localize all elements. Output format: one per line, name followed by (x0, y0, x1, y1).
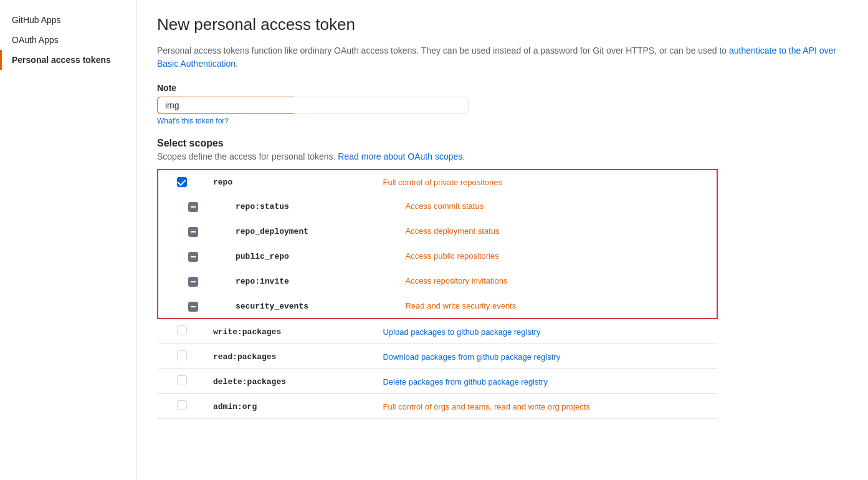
security-events-name-cell: security_events (206, 293, 375, 319)
repo-invite-scope-name: repo:invite (236, 277, 289, 286)
security-events-checkbox[interactable] (188, 302, 198, 312)
admin-org-desc-cell: Full control of orgs and teams, read and… (375, 394, 717, 419)
repo-invite-scope-desc: Access repository invitations (405, 276, 507, 286)
read-packages-name-cell: read:packages (206, 344, 375, 369)
what-is-this-link[interactable]: What's this token for? (157, 117, 848, 125)
admin-org-checkbox[interactable] (177, 400, 187, 410)
read-packages-checkbox-cell (158, 344, 206, 369)
note-input-container (157, 97, 848, 114)
public-repo-scope-name: public_repo (236, 252, 289, 261)
scope-row-write-packages: write:packages Upload packages to github… (158, 319, 717, 344)
write-packages-scope-name: write:packages (213, 327, 281, 337)
repo-status-name-cell: repo:status (206, 193, 375, 218)
security-events-desc-cell: Read and write security events (375, 293, 717, 319)
security-events-checkbox-cell (158, 293, 206, 319)
write-packages-checkbox[interactable] (177, 325, 187, 335)
main-content: New personal access token Personal acces… (137, 0, 868, 480)
delete-packages-checkbox-cell (158, 369, 206, 394)
public-repo-scope-desc: Access public repositories (405, 251, 498, 261)
repo-scope-desc: Full control of private repositories (383, 178, 502, 187)
read-packages-scope-name: read:packages (213, 352, 276, 362)
scope-row-repo-deployment: repo_deployment Access deployment status (158, 218, 717, 243)
write-packages-checkbox-cell (158, 319, 206, 344)
admin-org-scope-name: admin:org (213, 402, 257, 411)
repo-checkbox[interactable] (177, 177, 187, 187)
public-repo-checkbox-cell (158, 243, 206, 268)
repo-status-scope-name: repo:status (236, 202, 289, 211)
read-packages-checkbox[interactable] (177, 350, 187, 360)
sidebar-item-personal-access-tokens[interactable]: Personal access tokens (0, 50, 136, 70)
admin-org-name-cell: admin:org (206, 394, 375, 419)
security-events-scope-desc: Read and write security events (405, 301, 516, 310)
page-description: Personal access tokens function like ord… (157, 44, 848, 70)
repo-invite-desc-cell: Access repository invitations (375, 268, 717, 293)
scopes-title: Select scopes (157, 138, 848, 149)
delete-packages-checkbox[interactable] (177, 375, 187, 385)
note-input[interactable] (157, 97, 294, 114)
public-repo-name-cell: public_repo (206, 243, 375, 268)
repo-status-scope-desc: Access commit status (405, 201, 484, 211)
scope-row-repo-status: repo:status Access commit status (158, 193, 717, 218)
write-packages-desc-cell: Upload packages to github package regist… (375, 319, 717, 344)
admin-org-checkbox-cell (158, 394, 206, 419)
scope-row-read-packages: read:packages Download packages from git… (158, 344, 717, 369)
sidebar-item-github-apps[interactable]: GitHub Apps (0, 10, 136, 30)
repo-status-checkbox-cell (158, 193, 206, 218)
delete-packages-desc-cell: Delete packages from github package regi… (375, 369, 717, 394)
scope-row-repo: repo Full control of private repositorie… (158, 170, 717, 193)
repo-invite-checkbox[interactable] (188, 277, 198, 287)
repo-deployment-desc-cell: Access deployment status (375, 218, 717, 243)
repo-deployment-name-cell: repo_deployment (206, 218, 375, 243)
public-repo-checkbox[interactable] (188, 252, 198, 262)
note-form-group: Note What's this token for? (157, 83, 848, 125)
repo-scope-name: repo (213, 178, 232, 187)
repo-deployment-checkbox-cell (158, 218, 206, 243)
repo-deployment-scope-name: repo_deployment (236, 227, 308, 236)
write-packages-scope-desc: Upload packages to github package regist… (383, 327, 540, 337)
oauth-scopes-link[interactable]: Read more about OAuth scopes. (338, 151, 465, 161)
delete-packages-scope-name: delete:packages (213, 377, 286, 386)
note-label: Note (157, 83, 848, 93)
note-input-extension[interactable] (294, 97, 469, 114)
repo-desc-cell: Full control of private repositories (375, 170, 717, 193)
repo-deployment-scope-desc: Access deployment status (405, 226, 499, 236)
sidebar-item-oauth-apps[interactable]: OAuth Apps (0, 30, 136, 50)
public-repo-desc-cell: Access public repositories (375, 243, 717, 268)
repo-deployment-checkbox[interactable] (188, 227, 198, 237)
scopes-description: Scopes define the access for personal to… (157, 151, 848, 161)
repo-checkbox-cell (158, 170, 206, 193)
scope-row-delete-packages: delete:packages Delete packages from git… (158, 369, 717, 394)
scope-row-security-events: security_events Read and write security … (158, 293, 717, 319)
scope-row-public-repo: public_repo Access public repositories (158, 243, 717, 268)
repo-name-cell: repo (206, 170, 375, 193)
repo-invite-checkbox-cell (158, 268, 206, 293)
select-scopes-section: Select scopes Scopes define the access f… (157, 138, 848, 419)
write-packages-name-cell: write:packages (206, 319, 375, 344)
read-packages-desc-cell: Download packages from github package re… (375, 344, 717, 369)
repo-status-checkbox[interactable] (188, 202, 198, 212)
sidebar: GitHub Apps OAuth Apps Personal access t… (0, 0, 137, 480)
scopes-table: repo Full control of private repositorie… (157, 169, 718, 419)
repo-status-desc-cell: Access commit status (375, 193, 717, 218)
repo-invite-name-cell: repo:invite (206, 268, 375, 293)
delete-packages-name-cell: delete:packages (206, 369, 375, 394)
admin-org-scope-desc: Full control of orgs and teams, read and… (383, 402, 589, 411)
delete-packages-scope-desc: Delete packages from github package regi… (383, 377, 547, 386)
scope-row-repo-invite: repo:invite Access repository invitation… (158, 268, 717, 293)
scope-row-admin-org: admin:org Full control of orgs and teams… (158, 394, 717, 419)
read-packages-scope-desc: Download packages from github package re… (383, 352, 560, 362)
page-title: New personal access token (157, 15, 848, 34)
security-events-scope-name: security_events (236, 302, 308, 311)
